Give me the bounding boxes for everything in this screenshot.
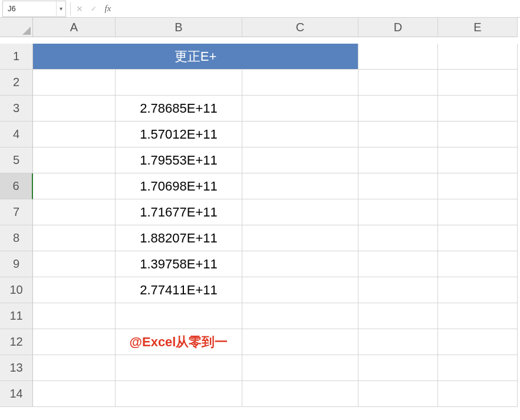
cell-D7[interactable] [358, 199, 438, 225]
col-header-B[interactable]: B [116, 18, 242, 37]
cell-D9[interactable] [358, 251, 438, 277]
row-header-5[interactable]: 5 [0, 147, 33, 173]
row-header-7[interactable]: 7 [0, 199, 33, 225]
cell-D6[interactable] [358, 173, 438, 199]
cell-D2[interactable] [358, 70, 438, 96]
cell-D13[interactable] [358, 355, 438, 381]
cell-E9[interactable] [438, 251, 518, 277]
cell-E2[interactable] [438, 70, 518, 96]
cell-A4[interactable] [33, 122, 116, 147]
cell-E3[interactable] [438, 96, 518, 122]
row-header-13[interactable]: 13 [0, 355, 33, 381]
cell-A2[interactable] [33, 70, 116, 96]
cell-B3[interactable]: 2.78685E+11 [116, 96, 242, 122]
cell-B5[interactable]: 1.79553E+11 [116, 147, 242, 173]
cell-E14[interactable] [438, 381, 518, 407]
row-header-1[interactable]: 1 [0, 44, 33, 70]
cell-E1[interactable] [438, 44, 518, 70]
cell-E7[interactable] [438, 199, 518, 225]
cell-C7[interactable] [242, 199, 358, 225]
cell-A13[interactable] [33, 355, 116, 381]
cell-A10[interactable] [33, 277, 116, 303]
cell-A3[interactable] [33, 96, 116, 122]
row-header-2[interactable]: 2 [0, 70, 33, 96]
cell-E8[interactable] [438, 225, 518, 251]
chevron-down-icon[interactable]: ▾ [56, 1, 65, 17]
row-header-11[interactable]: 11 [0, 303, 33, 329]
cell-E10[interactable] [438, 277, 518, 303]
row-header-8[interactable]: 8 [0, 225, 33, 251]
cell-D14[interactable] [358, 381, 438, 407]
cell-B9[interactable]: 1.39758E+11 [116, 251, 242, 277]
row-header-14[interactable]: 14 [0, 381, 33, 407]
cell-C5[interactable] [242, 147, 358, 173]
cell-C11[interactable] [242, 303, 358, 329]
cell-C6[interactable] [242, 173, 358, 199]
cell-B10[interactable]: 2.77411E+11 [116, 277, 242, 303]
cancel-icon[interactable]: ✕ [73, 0, 87, 17]
cell-A6[interactable] [33, 173, 116, 199]
row-header-4[interactable]: 4 [0, 122, 33, 147]
cell-D11[interactable] [358, 303, 438, 329]
cell-B7[interactable]: 1.71677E+11 [116, 199, 242, 225]
cell-B6[interactable]: 1.70698E+11 [116, 173, 242, 199]
col-header-E[interactable]: E [438, 18, 518, 37]
cell-B13[interactable] [116, 355, 242, 381]
cell-B2[interactable] [116, 70, 242, 96]
spreadsheet-grid: A B C D E 1 更正E+ 2 3 2.78685E+11 4 1.570… [0, 18, 520, 407]
cell-D1[interactable] [358, 44, 438, 70]
cell-E4[interactable] [438, 122, 518, 147]
cell-A12[interactable] [33, 329, 116, 355]
cell-A7[interactable] [33, 199, 116, 225]
cell-B11[interactable] [116, 303, 242, 329]
cell-D12[interactable] [358, 329, 438, 355]
cell-D10[interactable] [358, 277, 438, 303]
row-header-12[interactable]: 12 [0, 329, 33, 355]
cell-E13[interactable] [438, 355, 518, 381]
cell-B8[interactable]: 1.88207E+11 [116, 225, 242, 251]
cell-A9[interactable] [33, 251, 116, 277]
col-header-D[interactable]: D [358, 18, 438, 37]
name-box-value: J6 [3, 4, 56, 13]
row-header-6[interactable]: 6 [0, 173, 33, 199]
row-header-9[interactable]: 9 [0, 251, 33, 277]
row-header-3[interactable]: 3 [0, 96, 33, 122]
name-box[interactable]: J6 ▾ [2, 1, 66, 17]
cell-E12[interactable] [438, 329, 518, 355]
cell-C12[interactable] [242, 329, 358, 355]
formula-input[interactable] [115, 0, 520, 17]
cell-merged-header[interactable]: 更正E+ [33, 44, 358, 70]
cell-A14[interactable] [33, 381, 116, 407]
cell-E6[interactable] [438, 173, 518, 199]
cell-C9[interactable] [242, 251, 358, 277]
cell-A11[interactable] [33, 303, 116, 329]
cell-C3[interactable] [242, 96, 358, 122]
cell-A5[interactable] [33, 147, 116, 173]
formula-bar: J6 ▾ ✕ ✓ fx [0, 0, 520, 18]
cell-E5[interactable] [438, 147, 518, 173]
col-header-C[interactable]: C [242, 18, 358, 37]
cell-D4[interactable] [358, 122, 438, 147]
cell-C2[interactable] [242, 70, 358, 96]
cell-C10[interactable] [242, 277, 358, 303]
cell-D5[interactable] [358, 147, 438, 173]
cell-D3[interactable] [358, 96, 438, 122]
cell-D8[interactable] [358, 225, 438, 251]
cell-B12-watermark[interactable]: @Excel从零到一 [116, 329, 242, 355]
cell-A8[interactable] [33, 225, 116, 251]
divider [70, 2, 71, 15]
cell-C8[interactable] [242, 225, 358, 251]
cell-E11[interactable] [438, 303, 518, 329]
cell-B4[interactable]: 1.57012E+11 [116, 122, 242, 147]
accept-icon[interactable]: ✓ [87, 0, 101, 17]
col-header-A[interactable]: A [33, 18, 116, 37]
cell-C13[interactable] [242, 355, 358, 381]
cell-C14[interactable] [242, 381, 358, 407]
select-all-corner[interactable] [0, 18, 33, 37]
insert-function-icon[interactable]: fx [101, 0, 115, 17]
row-header-10[interactable]: 10 [0, 277, 33, 303]
cell-B14[interactable] [116, 381, 242, 407]
cell-C4[interactable] [242, 122, 358, 147]
